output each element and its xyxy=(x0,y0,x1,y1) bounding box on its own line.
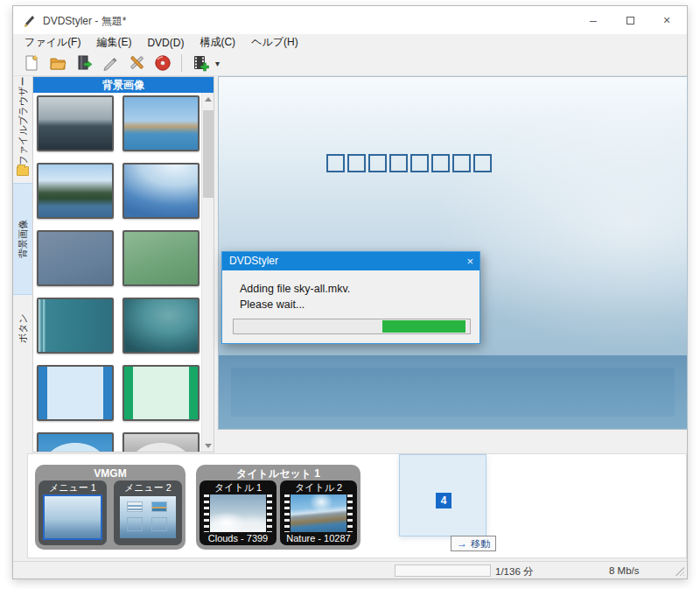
menu-placeholder-text[interactable] xyxy=(326,154,492,172)
title-bar[interactable]: DVDStyler - 無題* – × xyxy=(13,6,687,34)
window-controls: – × xyxy=(575,6,685,34)
timeline-strip: VMGM メニュー 1 メニュー 2 xyxy=(27,453,687,558)
new-project-button[interactable] xyxy=(18,52,45,74)
scrollbar-thumb[interactable] xyxy=(203,110,214,198)
menu-item[interactable]: 編集(E) xyxy=(88,33,139,52)
green-bars-frame-thumbnail[interactable] xyxy=(122,365,200,421)
screenshot-root: DVDStyler - 無題* – × ファイル(F)編集(E)DVD(D)構成… xyxy=(0,0,700,589)
menu-item[interactable]: ヘルプ(H) xyxy=(243,33,306,52)
new-document-icon xyxy=(23,54,40,72)
menu-item[interactable]: ファイル(F) xyxy=(17,33,88,52)
vmgm-group-label: VMGM xyxy=(38,466,182,480)
minimize-button[interactable]: – xyxy=(575,6,612,34)
tab-file-browser-label: ファイルブラウザー xyxy=(17,77,30,165)
teal-stripes-thumbnail[interactable] xyxy=(37,298,114,354)
dialog-close-button[interactable]: × xyxy=(466,252,473,270)
progress-bar-block xyxy=(382,320,466,333)
progress-bar xyxy=(233,319,471,334)
title-1-caption: Clouds - 7399 xyxy=(200,532,276,544)
window-title: DVDStyler - 無題* xyxy=(43,14,126,29)
menu-2-box[interactable]: メニュー 2 xyxy=(114,480,182,545)
toolbar: ▾ xyxy=(13,51,687,76)
pen-icon xyxy=(102,54,119,72)
title-1-filmstrip xyxy=(204,494,272,532)
backgrounds-panel: 背景画像 xyxy=(32,76,214,452)
menu-1-thumbnail xyxy=(45,496,101,538)
tab-backgrounds[interactable]: 背景画像 xyxy=(13,183,32,295)
scroll-down-icon[interactable] xyxy=(202,439,214,452)
capacity-gauge xyxy=(395,564,491,577)
gray-frame-gradient-thumbnail[interactable] xyxy=(122,432,200,452)
close-button[interactable]: × xyxy=(648,6,685,34)
title-2-filmstrip xyxy=(284,494,353,532)
menu-item[interactable]: DVD(D) xyxy=(139,35,192,51)
blue-frame-gradient-thumbnail[interactable] xyxy=(37,432,114,452)
status-bar: 1/136 分 8 Mb/s xyxy=(13,561,687,578)
menu-2-thumbnail xyxy=(120,496,176,538)
backgrounds-scrollbar[interactable] xyxy=(201,93,214,452)
sea-storm-photo-thumbnail[interactable] xyxy=(37,95,114,151)
blue-bars-frame-thumbnail[interactable] xyxy=(37,365,114,421)
menu-2-preview-image xyxy=(151,501,167,512)
move-arrow-icon: → xyxy=(457,537,467,550)
menu-1-box[interactable]: メニュー 1 xyxy=(38,480,107,545)
menu-2-preview-image xyxy=(127,501,143,512)
title-2-box[interactable]: タイトル 2 Nature - 10287 xyxy=(280,480,357,545)
duration-field: 1/136 分 xyxy=(495,565,533,578)
maximize-icon xyxy=(626,17,634,25)
slate-blue-texture-thumbnail[interactable] xyxy=(37,230,114,286)
drag-move-tooltip: → 移動 xyxy=(451,536,496,551)
burn-dvd-button[interactable] xyxy=(150,52,176,74)
move-tooltip-label: 移動 xyxy=(471,537,490,550)
open-folder-icon xyxy=(49,54,66,72)
film-sprockets xyxy=(267,494,272,532)
dialog-message: Adding file sky-all.mkv. Please wait... xyxy=(240,281,350,312)
green-texture-thumbnail[interactable] xyxy=(122,230,200,286)
vmgm-group: VMGM メニュー 1 メニュー 2 xyxy=(35,465,186,550)
titleset-row: タイトル 1 Clouds - 7399 タイトル 2 xyxy=(200,480,357,545)
teal-clouds-texture-thumbnail[interactable] xyxy=(122,298,200,354)
placeholder-glyph-box xyxy=(410,154,429,172)
scroll-up-icon[interactable] xyxy=(202,93,214,105)
coast-photo-thumbnail[interactable] xyxy=(122,95,200,151)
title-1-box[interactable]: タイトル 1 Clouds - 7399 xyxy=(200,480,276,545)
backgrounds-panel-header: 背景画像 xyxy=(33,77,214,93)
dialog-message-line2: Please wait... xyxy=(240,297,350,312)
vmgm-row: メニュー 1 メニュー 2 xyxy=(38,480,182,545)
progress-dialog: DVDStyler × Adding file sky-all.mkv. Ple… xyxy=(221,251,480,344)
title-2-label: タイトル 2 xyxy=(280,481,357,494)
open-project-button[interactable] xyxy=(45,52,71,74)
title-2-frame-image xyxy=(290,494,346,532)
save-project-button[interactable] xyxy=(71,52,97,74)
placeholder-glyph-box xyxy=(431,154,450,172)
settings-button[interactable] xyxy=(123,52,150,74)
blue-swirl-gradient-thumbnail[interactable] xyxy=(122,163,200,219)
tab-file-browser[interactable]: ファイルブラウザー xyxy=(13,76,32,183)
drag-count-badge: 4 xyxy=(436,493,452,508)
tab-buttons-label: ボタン xyxy=(17,313,30,343)
add-file-button[interactable] xyxy=(187,52,214,74)
maximize-button[interactable] xyxy=(612,6,648,34)
app-icon xyxy=(23,13,37,27)
tab-buttons[interactable]: ボタン xyxy=(13,295,32,361)
placeholder-glyph-box xyxy=(389,154,408,172)
placeholder-glyph-box xyxy=(473,154,492,172)
menu-item[interactable]: 構成(C) xyxy=(192,33,243,52)
menu-2-label: メニュー 2 xyxy=(114,481,182,494)
tools-icon xyxy=(128,54,145,72)
placeholder-glyph-box xyxy=(326,154,345,172)
save-icon xyxy=(75,54,93,72)
toolbar-separator xyxy=(181,54,182,72)
sidebar-tabstrip: ファイルブラウザー 背景画像 ボタン xyxy=(13,76,32,452)
render-button[interactable] xyxy=(97,52,123,74)
drag-ghost[interactable]: 4 xyxy=(399,454,486,536)
title-1-label: タイトル 1 xyxy=(200,481,276,494)
dvdstyler-window: DVDStyler - 無題* – × ファイル(F)編集(E)DVD(D)構成… xyxy=(12,5,688,579)
menu-2-empty-slot xyxy=(151,517,167,531)
title-2-caption: Nature - 10287 xyxy=(280,532,357,544)
dialog-title-bar[interactable]: DVDStyler × xyxy=(222,252,480,270)
backgrounds-grid xyxy=(37,95,201,452)
resize-grip[interactable] xyxy=(676,567,684,576)
add-file-dropdown[interactable]: ▾ xyxy=(215,59,220,68)
lake-forest-photo-thumbnail[interactable] xyxy=(37,163,114,219)
